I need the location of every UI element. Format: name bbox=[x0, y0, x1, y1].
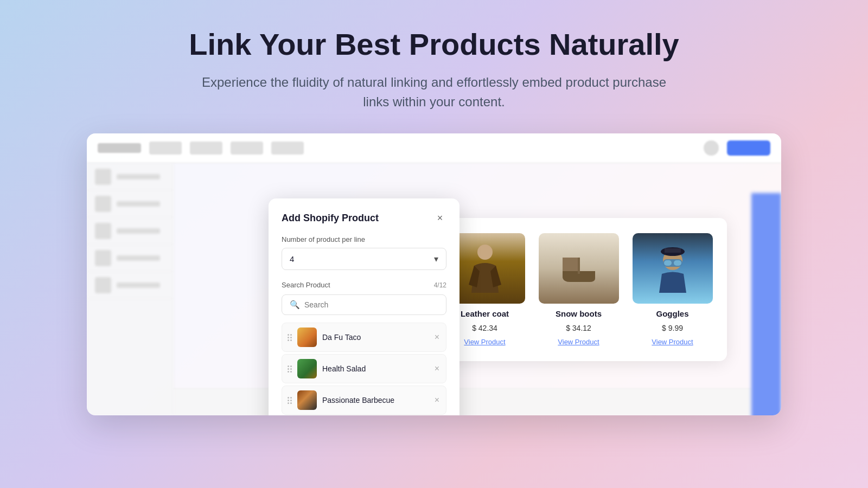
search-product-label: Search Product bbox=[282, 281, 330, 289]
product-list: Da Fu Taco × Health Salad × bbox=[282, 323, 446, 415]
boots-image-placeholder bbox=[539, 233, 619, 304]
right-content-area: Add Shopify Product × Number of product … bbox=[174, 163, 781, 415]
publish-button[interactable] bbox=[727, 140, 770, 156]
view-product-link-goggles[interactable]: View Product bbox=[652, 338, 693, 346]
svg-rect-4 bbox=[578, 258, 580, 274]
hero-title: Link Your Best Products Naturally bbox=[11, 27, 857, 62]
product-name: Health Salad bbox=[322, 364, 428, 373]
add-shopify-dialog: Add Shopify Product × Number of product … bbox=[269, 198, 459, 415]
search-icon: 🔍 bbox=[290, 300, 300, 310]
ui-container: Add Shopify Product × Number of product … bbox=[87, 133, 781, 415]
nav-btn-3 bbox=[231, 142, 263, 155]
dialog-title: Add Shopify Product bbox=[282, 213, 379, 224]
sidebar-item-5 bbox=[87, 272, 173, 299]
main-content: Add Shopify Product × Number of product … bbox=[87, 163, 781, 415]
svg-rect-10 bbox=[674, 260, 681, 266]
drag-handle-icon[interactable] bbox=[288, 334, 292, 341]
drag-handle-icon[interactable] bbox=[288, 397, 292, 404]
remove-product-button[interactable]: × bbox=[433, 364, 441, 374]
view-product-link-boots[interactable]: View Product bbox=[558, 338, 599, 346]
sidebar-item-3 bbox=[87, 217, 173, 245]
remove-product-button[interactable]: × bbox=[433, 332, 441, 342]
remove-product-button[interactable]: × bbox=[433, 395, 441, 405]
svg-point-3 bbox=[477, 245, 493, 260]
svg-rect-9 bbox=[664, 260, 672, 266]
product-name-leather: Leather coat bbox=[461, 309, 509, 318]
product-name-goggles: Goggles bbox=[656, 309, 688, 318]
product-list-item: Passionate Barbecue × bbox=[282, 386, 446, 415]
sidebar-item-1 bbox=[87, 163, 173, 190]
nav-btn-2 bbox=[190, 142, 222, 155]
bottom-toolbar bbox=[174, 388, 751, 415]
sidebar-item-4 bbox=[87, 245, 173, 272]
nav-btn-1 bbox=[149, 142, 182, 155]
goggles-person-svg bbox=[651, 244, 694, 293]
product-thumbnail bbox=[297, 359, 317, 378]
product-list-item: Da Fu Taco × bbox=[282, 323, 446, 352]
product-price-boots: $ 34.12 bbox=[566, 324, 591, 332]
products-per-line-label: Number of product per line bbox=[282, 235, 446, 243]
product-card-goggles: Goggles $ 9.99 View Product bbox=[631, 233, 714, 346]
select-current-value: 4 bbox=[290, 254, 294, 264]
hero-subtitle: Experience the fluidity of natural linki… bbox=[190, 73, 678, 112]
products-per-line-select[interactable]: 4 ▾ bbox=[282, 248, 446, 270]
chevron-down-icon: ▾ bbox=[434, 254, 438, 264]
product-image-boots bbox=[539, 233, 619, 304]
search-product-header: Search Product 4/12 bbox=[282, 281, 446, 289]
avatar-placeholder bbox=[704, 140, 719, 156]
leather-person-svg bbox=[466, 241, 504, 296]
top-bar bbox=[87, 133, 781, 163]
boots-svg bbox=[552, 247, 606, 290]
drag-handle-icon[interactable] bbox=[288, 365, 292, 373]
product-price-leather: $ 42.34 bbox=[472, 324, 497, 332]
logo-placeholder bbox=[98, 143, 141, 153]
nav-btn-4 bbox=[271, 142, 304, 155]
sidebar-item-2 bbox=[87, 190, 173, 217]
product-price-goggles: $ 9.99 bbox=[662, 324, 683, 332]
search-input-wrapper[interactable]: 🔍 bbox=[282, 294, 446, 315]
right-action-bar bbox=[751, 193, 781, 415]
product-thumbnail bbox=[297, 328, 317, 347]
dialog-header: Add Shopify Product × bbox=[282, 211, 446, 224]
product-card-boots: Snow boots $ 34.12 View Product bbox=[537, 233, 620, 346]
dialog-close-button[interactable]: × bbox=[433, 211, 446, 224]
product-name: Da Fu Taco bbox=[322, 333, 428, 342]
product-list-item: Health Salad × bbox=[282, 354, 446, 383]
product-count-badge: 4/12 bbox=[434, 281, 446, 289]
product-thumbnail bbox=[297, 390, 317, 410]
hero-section: Link Your Best Products Naturally Experi… bbox=[0, 0, 868, 128]
product-image-goggles bbox=[633, 233, 713, 304]
goggles-image-placeholder bbox=[633, 233, 713, 304]
product-name-boots: Snow boots bbox=[556, 309, 602, 318]
view-product-link-leather[interactable]: View Product bbox=[464, 338, 505, 346]
product-name: Passionate Barbecue bbox=[322, 396, 428, 404]
left-sidebar bbox=[87, 163, 174, 415]
product-search-input[interactable] bbox=[304, 300, 438, 309]
svg-rect-7 bbox=[665, 248, 681, 253]
